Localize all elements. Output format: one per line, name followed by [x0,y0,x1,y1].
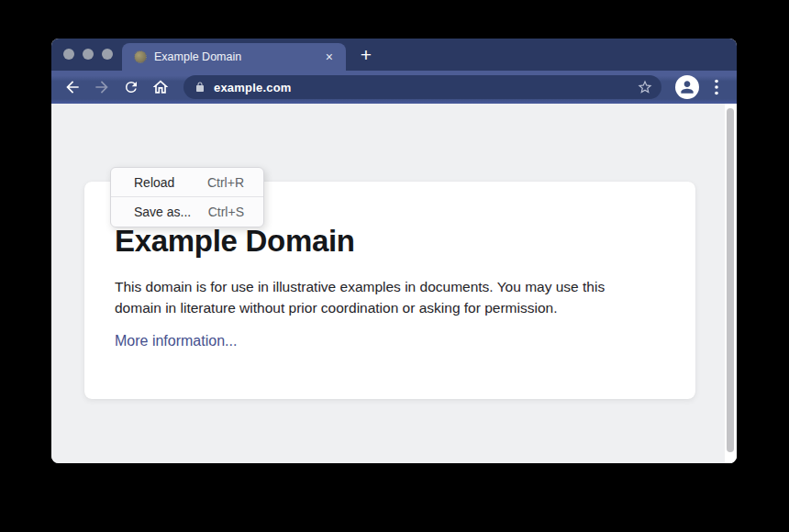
profile-avatar-button[interactable] [675,75,699,99]
address-bar[interactable]: example.com [183,75,661,99]
bookmark-star-icon[interactable] [637,79,653,95]
context-menu-item-reload[interactable]: Reload Ctrl+R [111,168,263,197]
vertical-dots-icon [715,79,718,95]
more-information-link[interactable]: More information... [115,333,237,349]
favicon-globe-icon [134,50,147,63]
context-menu: Reload Ctrl+R Save as... Ctrl+S [110,167,264,227]
scrollbar-track[interactable] [725,104,737,463]
reload-button[interactable] [119,75,143,99]
url-text: example.com [214,81,637,94]
tab-title: Example Domain [154,50,322,63]
person-icon [678,78,696,96]
reload-icon [123,79,139,95]
page-body-text: This domain is for use in illustrative e… [115,277,654,318]
tab-close-icon[interactable]: × [322,49,337,65]
home-icon [151,78,170,96]
browser-toolbar: example.com [51,71,737,104]
new-tab-button[interactable]: + [354,43,378,67]
back-arrow-icon [63,78,82,96]
forward-button[interactable] [90,75,114,99]
context-menu-item-save-as[interactable]: Save as... Ctrl+S [111,197,263,227]
tab-strip: Example Domain × + [51,39,737,71]
close-window-button[interactable] [63,49,74,60]
page-title: Example Domain [115,224,665,259]
menu-item-shortcut: Ctrl+S [208,205,244,219]
menu-item-shortcut: Ctrl+R [207,175,244,190]
minimize-window-button[interactable] [83,49,94,60]
menu-item-label: Save as... [134,205,191,219]
home-button[interactable] [149,75,172,99]
maximize-window-button[interactable] [102,49,113,60]
browser-menu-button[interactable] [707,75,726,99]
menu-item-label: Reload [134,175,174,190]
back-button[interactable] [61,75,84,99]
lock-icon [194,82,206,93]
forward-arrow-icon [93,78,111,96]
window-controls [63,49,113,60]
scrollbar-thumb[interactable] [727,108,734,452]
browser-window: Example Domain × + [51,39,737,463]
tab-example-domain[interactable]: Example Domain × [122,43,346,71]
page-viewport: Example Domain This domain is for use in… [51,104,737,463]
